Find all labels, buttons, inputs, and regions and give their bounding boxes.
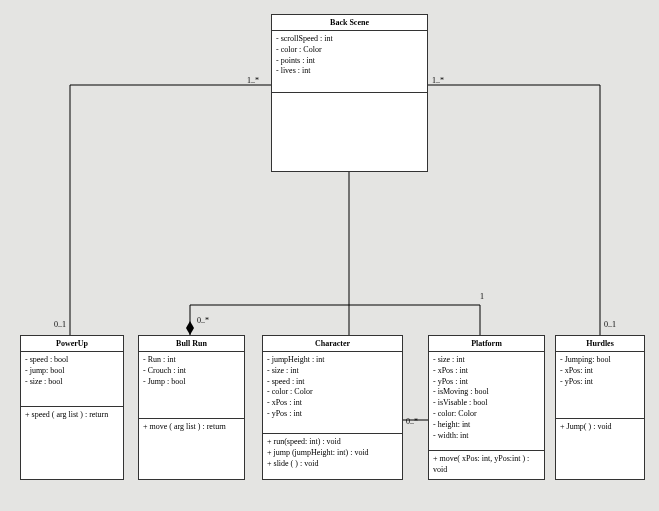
multiplicity-bs-left: 1..* xyxy=(247,76,259,85)
class-title: Hurdles xyxy=(556,336,644,352)
multiplicity-hurdles: 0..1 xyxy=(604,320,616,329)
class-title: Platform xyxy=(429,336,544,352)
class-attributes: - Jumping: bool - xPos: int - yPos: int xyxy=(556,352,644,419)
multiplicity-bullrun: 0..* xyxy=(197,316,209,325)
svg-marker-10 xyxy=(186,321,194,335)
class-operations: + speed ( arg list ) : return xyxy=(21,407,123,424)
class-character: Character - jumpHeight : int - size : in… xyxy=(262,335,403,480)
class-attributes: - size : int - xPos : int - yPos : int -… xyxy=(429,352,544,451)
class-operations: + Jump( ) : void xyxy=(556,419,644,436)
class-operations: + move( xPos: int, yPos:int ) : void xyxy=(429,451,544,479)
class-operations: + move ( arg list ) : return xyxy=(139,419,244,436)
class-attributes: - Run : int - Crouch : int - Jump : bool xyxy=(139,352,244,419)
class-title: PowerUp xyxy=(21,336,123,352)
class-platform: Platform - size : int - xPos : int - yPo… xyxy=(428,335,545,480)
class-back-scene: Back Scene - scrollSpeed : int - color :… xyxy=(271,14,428,172)
class-operations xyxy=(272,93,427,99)
class-title: Back Scene xyxy=(272,15,427,31)
class-operations: + run(speed: int) : void + jump (jumpHei… xyxy=(263,434,402,472)
class-title: Character xyxy=(263,336,402,352)
class-hurdles: Hurdles - Jumping: bool - xPos: int - yP… xyxy=(555,335,645,480)
class-powerup: PowerUp - speed : bool - jump: bool - si… xyxy=(20,335,124,480)
multiplicity-powerup: 0..1 xyxy=(54,320,66,329)
class-bull-run: Bull Run - Run : int - Crouch : int - Ju… xyxy=(138,335,245,480)
class-attributes: - scrollSpeed : int - color : Color - po… xyxy=(272,31,427,93)
multiplicity-char-plat: 0..* xyxy=(406,417,418,426)
class-title: Bull Run xyxy=(139,336,244,352)
multiplicity-bs-right: 1..* xyxy=(432,76,444,85)
class-attributes: - jumpHeight : int - size : int - speed … xyxy=(263,352,402,434)
multiplicity-character: 1 xyxy=(480,292,484,301)
class-attributes: - speed : bool - jump: bool - size : boo… xyxy=(21,352,123,407)
